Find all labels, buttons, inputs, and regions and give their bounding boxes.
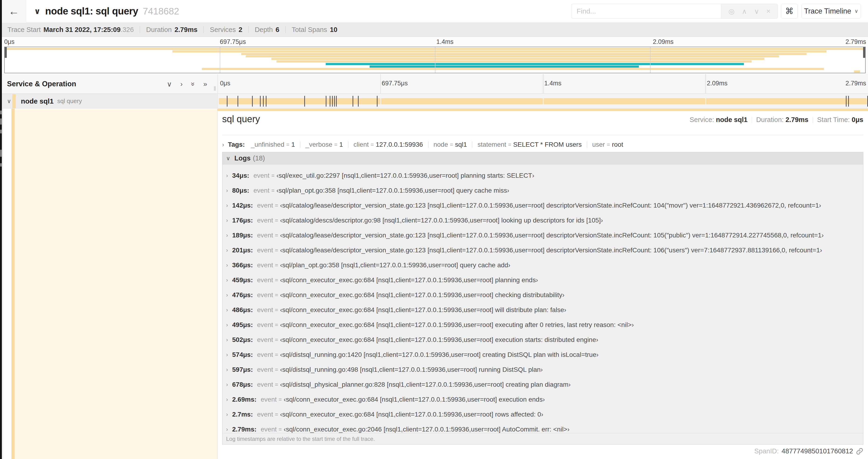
find-input[interactable] <box>571 4 721 19</box>
log-equals: = <box>275 322 278 328</box>
log-field-key: event <box>257 321 273 329</box>
separator <box>813 117 813 123</box>
minimap-span <box>173 51 827 53</box>
next-match-icon[interactable]: ∨ <box>754 7 759 15</box>
tags-row[interactable]: › Tags: _unfinished=1_verbose=1client=12… <box>222 139 863 150</box>
service-operation-header: Service & Operation ∨ › » » ‖ <box>2 74 217 94</box>
log-row[interactable]: ›176μs:event=‹sql/catalog/descs/descript… <box>222 213 863 228</box>
log-timestamp: 574μs: <box>232 351 253 358</box>
minimap-left-scrubber-handle[interactable] <box>5 47 7 58</box>
prev-match-icon[interactable]: ∧ <box>742 7 747 15</box>
log-field-value: ‹sql/conn_executor_exec.go:684 [nsql1,cl… <box>280 306 566 314</box>
log-row[interactable]: ›678μs:event=‹sql/distsql_physical_plann… <box>222 377 863 392</box>
minimap-tick-labels: 0μs697.75μs1.4ms2.09ms2.79ms <box>2 38 868 46</box>
log-field-key: event <box>253 187 270 194</box>
log-row[interactable]: ›574μs:event=‹sql/distsql_running.go:142… <box>222 347 863 362</box>
span-row-service-cell[interactable]: ∨ node sql1 sql query <box>2 94 217 108</box>
time-tick-label: 697.75μs <box>220 38 246 45</box>
log-row[interactable]: ›495μs:event=‹sql/conn_executor_exec.go:… <box>222 318 863 332</box>
locate-icon[interactable]: ◎ <box>728 7 735 15</box>
log-row[interactable]: ›2.69ms:event=‹sql/conn_executor_exec.go… <box>222 392 863 407</box>
chevron-right-icon: › <box>222 141 224 148</box>
log-equals: = <box>271 172 275 179</box>
clear-search-icon[interactable]: × <box>767 7 771 15</box>
log-marker-tick <box>848 96 849 107</box>
link-icon[interactable] <box>856 448 863 455</box>
trace-id: 7418682 <box>143 6 179 17</box>
log-marker-tick <box>846 96 846 107</box>
log-row[interactable]: ›201μs:event=‹sql/catalog/lease/descript… <box>222 243 863 258</box>
edge-mark <box>0 119 2 125</box>
span-id-value: 4877749850101760812 <box>782 447 853 455</box>
divider <box>222 135 863 135</box>
log-marker-tick <box>238 96 238 107</box>
separator <box>248 26 249 33</box>
log-row[interactable]: ›502μs:event=‹sql/conn_executor_exec.go:… <box>222 332 863 347</box>
span-operation-name: sql query <box>57 97 82 105</box>
find-toolbar: ◎ ∧ ∨ × <box>721 4 778 19</box>
log-row[interactable]: ›597μs:event=‹sql/distsql_running.go:498… <box>222 362 863 377</box>
minimap-span <box>277 60 751 63</box>
service-color-accent-stripe <box>11 109 15 459</box>
chevron-right-icon: › <box>226 336 232 343</box>
trace-minimap: 0μs697.75μs1.4ms2.09ms2.79ms <box>2 37 868 74</box>
left-tree-column <box>2 109 217 459</box>
separator <box>204 26 204 33</box>
tags-label: Tags: <box>228 141 245 148</box>
column-resizer-handle[interactable]: ‖ <box>214 85 216 92</box>
log-row[interactable]: ›80μs:event=‹sql/plan_opt.go:358 [nsql1,… <box>222 183 863 198</box>
log-marker-tick <box>377 96 377 107</box>
tag-key: node <box>434 141 448 148</box>
span-duration-bar[interactable] <box>219 98 867 104</box>
log-row[interactable]: ›366μs:event=‹sql/plan_opt.go:358 [nsql1… <box>222 258 863 273</box>
span-row-timeline-cell[interactable] <box>217 94 868 108</box>
log-row[interactable]: ›486μs:event=‹sql/conn_executor_exec.go:… <box>222 302 863 318</box>
expand-all-icon[interactable]: » <box>203 80 207 88</box>
log-field-key: event <box>257 202 273 209</box>
minimap-canvas[interactable] <box>4 47 866 73</box>
log-marker-tick <box>336 96 337 107</box>
log-row[interactable]: ›189μs:event=‹sql/catalog/lease/descript… <box>222 228 863 243</box>
log-field-value: ‹sql/conn_executor_exec.go:684 [nsql1,cl… <box>284 396 545 403</box>
time-tick-label: 697.75μs <box>382 80 408 87</box>
columns-header: Service & Operation ∨ › » » ‖ 0μs697.75μ… <box>2 74 868 94</box>
tag-equals: = <box>371 141 374 148</box>
time-tick-label: 2.79ms <box>845 80 866 87</box>
trace-summary-bar: Trace StartMarch 31 2022, 17:25:09.326Du… <box>2 23 868 37</box>
log-row[interactable]: ›459μs:event=‹sql/conn_executor_exec.go:… <box>222 273 863 288</box>
back-button[interactable]: ← <box>2 0 26 22</box>
log-field-key: event <box>257 247 273 254</box>
logs-header[interactable]: ∨ Logs (18) <box>222 152 863 164</box>
log-row[interactable]: ›2.79ms:event=‹sql/conn_executor_exec.go… <box>222 422 863 433</box>
keyboard-shortcuts-button[interactable]: ⌘ <box>781 4 798 19</box>
chevron-down-icon[interactable]: ∨ <box>7 98 11 104</box>
service-color-accent <box>12 94 16 108</box>
separator <box>472 141 472 148</box>
meta-value: 0μs <box>852 116 863 123</box>
span-row[interactable]: ∨ node sql1 sql query <box>2 94 868 108</box>
log-timestamp: 597μs: <box>232 366 253 373</box>
log-field-value: ‹sql/distsql_running.go:498 [nsql1,clien… <box>280 366 543 373</box>
tag-value: 1 <box>291 141 295 148</box>
summary-label: Duration <box>146 26 172 34</box>
log-field-key: event <box>260 396 277 403</box>
log-equals: = <box>275 202 278 209</box>
tag-key: statement <box>477 141 506 148</box>
collapse-one-icon[interactable]: ∨ <box>167 80 172 88</box>
log-field-key: event <box>257 366 273 373</box>
expand-one-icon[interactable]: › <box>180 80 183 88</box>
log-row[interactable]: ›34μs:event=‹sql/exec_util.go:2297 [nsql… <box>222 168 863 183</box>
view-select-dropdown[interactable]: Trace Timeline ∨ <box>802 4 861 19</box>
time-tick-label: 2.09ms <box>707 80 727 87</box>
log-field-key: event <box>260 426 277 433</box>
separator <box>285 26 286 33</box>
log-timestamp: 366μs: <box>232 261 253 269</box>
summary-value: March 31 2022, 17:25:09 <box>43 26 121 34</box>
minimap-right-scrubber-handle[interactable] <box>863 47 865 58</box>
log-row[interactable]: ›2.7ms:event=‹sql/conn_executor_exec.go:… <box>222 407 863 422</box>
log-row[interactable]: ›142μs:event=‹sql/catalog/lease/descript… <box>222 198 863 213</box>
collapse-trace-chevron-icon[interactable]: ∨ <box>34 6 40 16</box>
log-row[interactable]: ›476μs:event=‹sql/conn_executor_exec.go:… <box>222 288 863 302</box>
tag-value: 127.0.0.1:59936 <box>376 141 423 148</box>
collapse-all-icon[interactable]: » <box>189 82 197 86</box>
